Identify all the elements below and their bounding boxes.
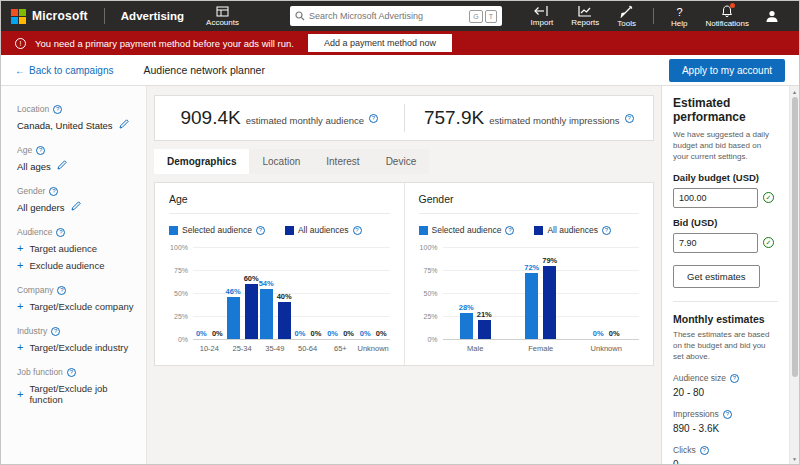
accounts-label: Accounts bbox=[206, 18, 239, 27]
help-circle-icon[interactable]: ? bbox=[353, 226, 362, 235]
chart-title: Age bbox=[169, 193, 390, 214]
notifications-menu[interactable]: Notifications bbox=[705, 5, 749, 28]
help-circle-icon[interactable]: ? bbox=[49, 187, 58, 196]
help-circle-icon[interactable]: ? bbox=[53, 105, 62, 114]
sidebar-section-value: All genders bbox=[17, 201, 138, 213]
chart-y-axis: 100%75%50%25%0% bbox=[169, 247, 193, 339]
edit-pencil-icon[interactable] bbox=[71, 201, 81, 213]
x-category-label: Unknown bbox=[574, 344, 640, 353]
sidebar-section-job-function: Job function?+Target/Exclude job functio… bbox=[17, 367, 138, 405]
bar-value-label: 79% bbox=[542, 256, 557, 265]
stat-1: 757.9Kestimated monthly impressions? bbox=[405, 107, 654, 129]
sidebar-add-link[interactable]: +Target/Exclude job function bbox=[17, 383, 138, 405]
bar[interactable]: 0% bbox=[359, 329, 372, 339]
sidebar-section-label: Company? bbox=[17, 285, 138, 295]
bid-input[interactable] bbox=[673, 233, 758, 253]
help-menu[interactable]: ? Help bbox=[671, 5, 687, 28]
bar-value-label: 72% bbox=[524, 263, 539, 272]
topbar-action-label: Reports bbox=[571, 18, 599, 27]
search-input[interactable] bbox=[309, 11, 467, 21]
add-payment-method-button[interactable]: Add a payment method now bbox=[308, 34, 452, 52]
brand-name: Microsoft bbox=[32, 9, 88, 23]
scroll-down-arrow-icon[interactable]: ▼ bbox=[792, 453, 797, 464]
sidebar-label-text: Company bbox=[17, 285, 53, 295]
sidebar-add-link[interactable]: +Target/Exclude company bbox=[17, 301, 138, 312]
estimate-stats-card: 909.4Kestimated monthly audience?757.9Ke… bbox=[154, 95, 654, 141]
bar[interactable]: 0% bbox=[326, 329, 339, 339]
tab-demographics[interactable]: Demographics bbox=[154, 149, 249, 174]
bar[interactable]: 0% bbox=[195, 329, 208, 339]
sidebar-add-link[interactable]: +Exclude audience bbox=[17, 260, 138, 271]
stat-label: estimated monthly impressions bbox=[489, 115, 619, 126]
bar-value-label: 40% bbox=[277, 292, 292, 301]
help-circle-icon[interactable]: ? bbox=[700, 446, 709, 455]
help-circle-icon[interactable]: ? bbox=[723, 410, 732, 419]
help-circle-icon[interactable]: ? bbox=[256, 226, 265, 235]
help-circle-icon[interactable]: ? bbox=[369, 114, 378, 123]
bar[interactable]: 54% bbox=[259, 279, 274, 339]
tab-device[interactable]: Device bbox=[373, 149, 430, 174]
bar[interactable]: 0% bbox=[309, 329, 322, 339]
x-category-label: 65+ bbox=[324, 344, 357, 353]
sidebar-section-audience: Audience?+Target audience+Exclude audien… bbox=[17, 227, 138, 271]
search-box[interactable]: G T bbox=[290, 6, 502, 26]
topbar-action-reports[interactable]: Reports bbox=[571, 5, 599, 27]
topbar-action-tools[interactable]: Tools bbox=[617, 5, 636, 28]
account-avatar[interactable] bbox=[764, 8, 780, 24]
sidebar-add-link[interactable]: +Target/Exclude industry bbox=[17, 342, 138, 353]
import-icon bbox=[534, 5, 549, 17]
help-circle-icon[interactable]: ? bbox=[730, 374, 739, 383]
apply-to-account-button[interactable]: Apply to my account bbox=[669, 59, 785, 82]
legend-swatch bbox=[534, 226, 543, 235]
accounts-menu[interactable]: Accounts bbox=[206, 6, 239, 27]
bar[interactable]: 0% bbox=[608, 329, 621, 339]
chart-legend: Selected audience?All audiences? bbox=[169, 225, 390, 235]
scroll-up-arrow-icon[interactable]: ▲ bbox=[792, 86, 797, 97]
back-to-campaigns-link[interactable]: ← Back to campaigns bbox=[15, 65, 114, 76]
sidebar-label-text: Industry bbox=[17, 326, 47, 336]
tab-location[interactable]: Location bbox=[249, 149, 313, 174]
bar-group: 0%0% bbox=[292, 247, 325, 339]
bar[interactable]: 72% bbox=[524, 263, 539, 339]
help-circle-icon[interactable]: ? bbox=[56, 228, 65, 237]
daily-budget-input[interactable] bbox=[673, 188, 758, 208]
scrollbar-thumb[interactable] bbox=[792, 97, 798, 377]
topbar-action-import[interactable]: Import bbox=[531, 5, 554, 27]
bar-value-label: 21% bbox=[477, 310, 492, 319]
help-circle-icon[interactable]: ? bbox=[67, 368, 76, 377]
bar[interactable]: 40% bbox=[277, 292, 292, 339]
help-circle-icon[interactable]: ? bbox=[51, 327, 60, 336]
bar[interactable]: 0% bbox=[375, 329, 388, 339]
tab-interest[interactable]: Interest bbox=[313, 149, 372, 174]
help-circle-icon[interactable]: ? bbox=[57, 286, 66, 295]
monthly-item-value: 890 - 3.6K bbox=[673, 423, 778, 434]
bar[interactable]: 0% bbox=[211, 329, 224, 339]
bar[interactable]: 0% bbox=[293, 329, 306, 339]
bar[interactable]: 46% bbox=[226, 287, 241, 339]
plus-icon: + bbox=[17, 243, 23, 254]
planner-main: 909.4Kestimated monthly audience?757.9Ke… bbox=[147, 86, 661, 464]
help-circle-icon[interactable]: ? bbox=[505, 226, 514, 235]
legend-item: All audiences? bbox=[534, 225, 611, 235]
bar[interactable]: 0% bbox=[342, 329, 355, 339]
monthly-item-label: Clicks? bbox=[673, 445, 778, 455]
sidebar-section-label: Audience? bbox=[17, 227, 138, 237]
vertical-scrollbar[interactable]: ▲ ▼ bbox=[789, 86, 799, 464]
help-circle-icon[interactable]: ? bbox=[36, 146, 45, 155]
help-circle-icon[interactable]: ? bbox=[625, 114, 634, 123]
get-estimates-button[interactable]: Get estimates bbox=[673, 265, 760, 288]
y-tick-label: 100% bbox=[420, 244, 438, 251]
bar[interactable]: 21% bbox=[477, 310, 492, 339]
bar[interactable]: 79% bbox=[542, 256, 557, 339]
sidebar-add-link[interactable]: +Target audience bbox=[17, 243, 138, 254]
search-shortcut-key-t: T bbox=[485, 10, 497, 23]
notification-dot bbox=[730, 3, 735, 8]
x-category-label: 35-49 bbox=[259, 344, 292, 353]
edit-pencil-icon[interactable] bbox=[57, 160, 67, 172]
bar[interactable]: 0% bbox=[592, 329, 605, 339]
help-circle-icon[interactable]: ? bbox=[602, 226, 611, 235]
monthly-item-label: Audience size? bbox=[673, 373, 778, 383]
bar[interactable]: 28% bbox=[459, 303, 474, 339]
edit-pencil-icon[interactable] bbox=[119, 119, 129, 131]
bar[interactable]: 60% bbox=[244, 274, 259, 339]
